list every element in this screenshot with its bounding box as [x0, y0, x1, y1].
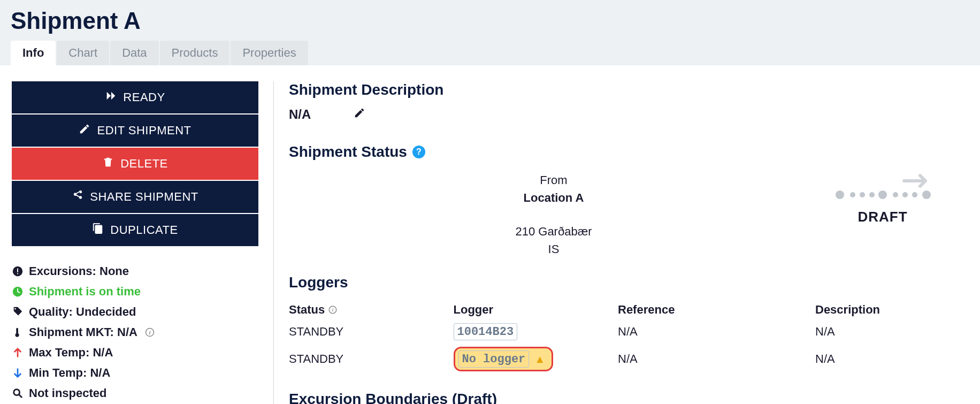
logger-chip[interactable]: No logger — [458, 350, 530, 368]
thermometer-icon — [12, 326, 24, 338]
fast-forward-icon — [105, 90, 117, 105]
edit-shipment-button[interactable]: EDIT SHIPMENT — [12, 115, 258, 147]
warning-icon: ▲ — [534, 353, 545, 365]
ready-label: READY — [123, 90, 165, 104]
trash-icon — [102, 156, 114, 171]
main-content: Shipment Description N/A Shipment Status… — [274, 81, 968, 404]
arrow-down-icon — [12, 367, 24, 379]
page-title: Shipment A — [11, 4, 969, 41]
info-icon[interactable]: i — [145, 327, 155, 337]
svg-point-11 — [878, 190, 887, 199]
draft-progress-icon — [818, 171, 947, 205]
share-label: SHARE SHIPMENT — [90, 190, 198, 204]
svg-point-15 — [922, 190, 931, 199]
loggers-heading: Loggers — [289, 274, 947, 291]
duplicate-label: DUPLICATE — [110, 223, 178, 237]
arrow-up-icon — [12, 347, 24, 359]
status-inspected: Not inspected — [12, 383, 258, 403]
tab-info[interactable]: Info — [11, 41, 56, 65]
search-icon — [12, 387, 24, 399]
status-min-temp: Min Temp: N/A — [12, 363, 258, 383]
status-mkt: Shipment MKT: N/A i — [12, 322, 258, 342]
tab-data[interactable]: Data — [110, 41, 158, 65]
info-icon[interactable]: i — [328, 305, 338, 315]
cell-status: STANDBY — [289, 320, 454, 344]
svg-point-14 — [912, 192, 917, 197]
tab-chart[interactable]: Chart — [57, 41, 109, 65]
svg-point-12 — [893, 192, 898, 197]
svg-point-13 — [902, 192, 908, 197]
col-logger: Logger — [454, 300, 618, 320]
status-excursions: Excursions: None — [12, 261, 258, 281]
col-description: Description — [815, 300, 947, 320]
delete-button[interactable]: DELETE — [12, 148, 258, 180]
description-heading: Shipment Description — [289, 81, 947, 98]
svg-rect-2 — [17, 273, 18, 275]
tabs: Info Chart Data Products Properties — [11, 41, 969, 65]
status-excursions-text: Excursions: None — [29, 264, 129, 278]
delete-label: DELETE — [120, 157, 168, 171]
status-min-temp-text: Min Temp: N/A — [29, 366, 110, 380]
from-label: From — [289, 171, 818, 189]
cell-description: N/A — [815, 320, 947, 344]
edit-label: EDIT SHIPMENT — [97, 124, 191, 138]
col-status: Status — [289, 303, 325, 317]
share-icon — [72, 189, 83, 204]
ready-button[interactable]: READY — [12, 81, 258, 113]
status-state: DRAFT — [818, 209, 947, 225]
copy-icon — [92, 223, 104, 238]
table-row: STANDBY 10014B23 N/A N/A — [289, 320, 947, 344]
status-ontime: Shipment is on time — [12, 281, 258, 302]
from-block: From Location A 210 Garðabær IS — [289, 171, 818, 258]
duplicate-button[interactable]: DUPLICATE — [12, 214, 258, 246]
table-row: STANDBY No logger ▲ N/A N/A — [289, 344, 947, 375]
svg-rect-1 — [17, 269, 18, 272]
from-address-2: IS — [289, 240, 818, 258]
status-quality-text: Quality: Undecided — [29, 305, 136, 319]
svg-text:i: i — [149, 330, 150, 336]
excursion-boundaries-heading: Excursion Boundaries (Draft) — [289, 391, 947, 404]
cell-reference: N/A — [618, 344, 815, 375]
from-address-1: 210 Garðabær — [289, 223, 818, 240]
status-mkt-text: Shipment MKT: N/A — [29, 325, 137, 339]
tag-icon — [12, 306, 24, 318]
tab-properties[interactable]: Properties — [231, 41, 308, 65]
shipment-status-heading: Shipment Status — [289, 143, 407, 161]
from-location: Location A — [289, 189, 818, 207]
status-quality: Quality: Undecided — [12, 302, 258, 322]
logger-warning-highlight: No logger ▲ — [454, 347, 554, 371]
logger-chip[interactable]: 10014B23 — [454, 323, 518, 340]
status-max-temp: Max Temp: N/A — [12, 342, 258, 363]
description-value: N/A — [289, 107, 311, 122]
svg-point-7 — [836, 190, 844, 199]
cell-status: STANDBY — [289, 344, 454, 375]
share-shipment-button[interactable]: SHARE SHIPMENT — [12, 181, 258, 213]
svg-text:i: i — [332, 307, 334, 312]
tab-products[interactable]: Products — [160, 41, 230, 65]
loggers-table: Status i Logger Reference Description ST… — [289, 300, 947, 375]
clock-icon — [12, 286, 24, 298]
exclamation-circle-icon — [12, 265, 24, 277]
help-icon[interactable]: ? — [412, 146, 425, 158]
edit-description-button[interactable] — [354, 107, 365, 122]
svg-point-9 — [860, 192, 865, 197]
cell-description: N/A — [815, 344, 947, 375]
sidebar: READY EDIT SHIPMENT DELETE SHARE SHIPMEN… — [12, 81, 274, 404]
col-reference: Reference — [618, 300, 815, 320]
status-ontime-text: Shipment is on time — [29, 285, 141, 299]
svg-point-10 — [869, 192, 875, 197]
cell-reference: N/A — [618, 320, 815, 344]
status-badge-block: DRAFT — [818, 171, 947, 225]
status-max-temp-text: Max Temp: N/A — [29, 346, 113, 360]
pencil-icon — [354, 107, 365, 119]
svg-point-8 — [850, 192, 855, 197]
status-inspected-text: Not inspected — [29, 386, 106, 400]
edit-icon — [79, 123, 90, 138]
